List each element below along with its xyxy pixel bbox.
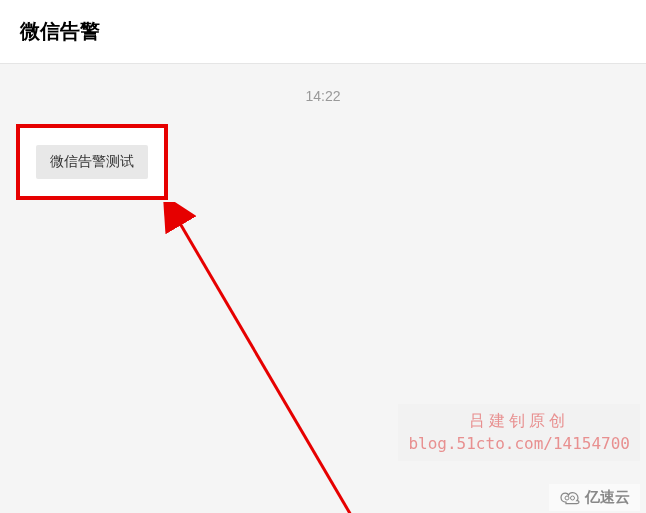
author-watermark: 吕建钊原创 blog.51cto.com/14154700	[398, 404, 640, 461]
annotation-arrow	[160, 202, 370, 513]
watermark-url: blog.51cto.com/14154700	[408, 433, 630, 455]
chat-title: 微信告警	[20, 18, 626, 45]
svg-point-3	[571, 496, 575, 500]
message-bubble[interactable]: 微信告警测试	[36, 145, 148, 179]
message-timestamp: 14:22	[16, 88, 630, 104]
chat-area: 14:22 微信告警测试 吕建钊原创 blog.51cto.com/141547…	[0, 64, 646, 513]
brand-label: 亿速云	[585, 488, 630, 507]
watermark-author: 吕建钊原创	[408, 410, 630, 432]
chat-header: 微信告警	[0, 0, 646, 64]
message-highlight-box: 微信告警测试	[16, 124, 168, 200]
brand-badge: 亿速云	[549, 484, 640, 511]
cloud-icon	[559, 491, 581, 505]
svg-line-1	[178, 220, 355, 513]
svg-point-2	[565, 496, 569, 500]
